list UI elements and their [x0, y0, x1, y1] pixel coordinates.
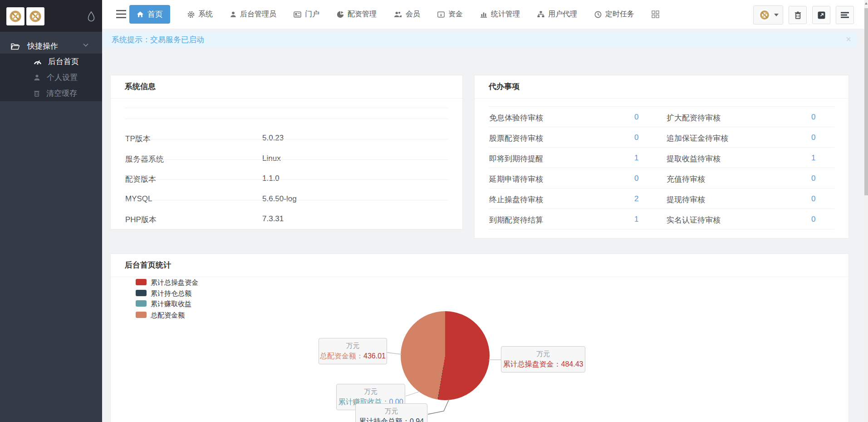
fullscreen-button[interactable] [812, 6, 830, 24]
info-value: 7.3.31 [262, 214, 284, 223]
nav-item-scheduled-tasks[interactable]: 定时任务 [594, 10, 634, 19]
sidebar-group-quick-actions[interactable]: 快捷操作 [0, 39, 102, 54]
todo-label: 即将到期待提醒 [489, 154, 543, 164]
todo-label: 股票配资待审核 [489, 133, 543, 144]
nav-item-label: 系统 [198, 10, 213, 19]
todo-label: 提现待审核 [667, 194, 705, 205]
pie-label-text: 累计持仓总额：0.94 [359, 417, 424, 422]
nav-item-members[interactable]: 会员 [394, 10, 420, 19]
todo-label: 充值待审核 [667, 174, 705, 184]
divider [489, 168, 834, 168]
nav-item-label: 门户 [305, 10, 319, 19]
nav-item-allocation-management[interactable]: 配资管理 [337, 10, 377, 19]
nav-item-label: 后台管理员 [240, 10, 276, 19]
sitemap-icon [537, 11, 544, 18]
todo-count[interactable]: 1 [634, 154, 638, 163]
nav-item-portal[interactable]: 门户 [294, 10, 319, 19]
info-label: PHP版本 [125, 214, 157, 225]
todo-count[interactable]: 0 [811, 113, 815, 122]
todo-count[interactable]: 0 [634, 113, 638, 122]
info-value: Linux [262, 154, 281, 163]
scrollbar-up-arrow[interactable] [865, 2, 868, 5]
alert-close-icon[interactable]: × [846, 32, 851, 47]
todo-label: 延期申请待审核 [489, 174, 543, 184]
divider [489, 229, 834, 229]
todo-header: 代办事项 [475, 75, 848, 99]
system-info-header: 系统信息 [111, 75, 462, 99]
todo-count[interactable]: 1 [811, 154, 815, 163]
series-name: 总配资金额： [320, 352, 363, 360]
users-icon [394, 11, 402, 18]
todo-count[interactable]: 0 [811, 133, 815, 142]
pie-label-text: 累计总操盘资金：484.43 [503, 360, 584, 369]
todo-card: 代办事项 免息体验待审核 0 扩大配资待审核 0 股票配资待审核 0 追加保证金… [474, 75, 849, 238]
top-navbar: 首页 系统 后台管理员 [102, 0, 868, 29]
todo-label: 免息体验待审核 [489, 113, 543, 123]
nav-item-system[interactable]: 系统 [187, 10, 213, 19]
divider [489, 106, 834, 107]
sidebar-item-clear-cache[interactable]: 清空缓存 [0, 85, 102, 101]
series-name: 累计总操盘资金： [503, 360, 561, 368]
nav-item-admins[interactable]: 后台管理员 [230, 10, 276, 19]
todo-count[interactable]: 0 [634, 133, 638, 142]
sidebar-item-label: 后台首页 [48, 56, 79, 67]
hamburger-menu-icon[interactable] [116, 10, 127, 19]
gold-knot-logo-icon [8, 9, 23, 24]
divider [489, 127, 834, 127]
folder-open-icon [11, 43, 20, 50]
avatar-dropdown[interactable] [753, 5, 783, 25]
todo-count[interactable]: 1 [634, 215, 638, 224]
unit-label: 万元 [364, 387, 378, 396]
pie-label-total-position: 万元 累计持仓总额：0.94 [355, 403, 427, 422]
divider [125, 119, 448, 119]
divider [489, 209, 834, 209]
nav-item-statistics[interactable]: 统计管理 [480, 10, 520, 19]
more-menu-button[interactable] [836, 6, 854, 24]
brand-logo-secondary[interactable] [26, 7, 44, 25]
gold-knot-logo-icon [28, 9, 43, 24]
info-value: 1.1.0 [262, 174, 280, 183]
money-icon: ¥ [437, 11, 445, 18]
todo-label: 追加保证金待审核 [667, 133, 728, 144]
clear-cache-button[interactable] [789, 6, 807, 24]
nav-item-label: 配资管理 [348, 10, 377, 19]
nav-item-label: 统计管理 [491, 10, 520, 19]
pie-leader-lines [111, 254, 849, 422]
avatar-logo-icon [758, 9, 771, 21]
sidebar: 快捷操作 后台首页 个人设置 [0, 0, 102, 422]
sidebar-item-dashboard[interactable]: 后台首页 [0, 54, 102, 70]
todo-count[interactable]: 0 [811, 194, 815, 204]
sidebar-header [0, 0, 102, 32]
divider [489, 147, 834, 148]
pie-label-text: 总配资金额：436.01 [320, 352, 386, 361]
info-label: MYSQL [125, 194, 152, 204]
info-value: 5.0.23 [262, 134, 284, 143]
info-value: 5.6.50-log [262, 194, 297, 204]
apps-grid-icon[interactable] [652, 10, 659, 18]
user-icon [230, 11, 236, 18]
nav-item-user-agents[interactable]: 用户代理 [537, 10, 577, 19]
scrollbar-thumb[interactable] [864, 8, 868, 195]
water-drop-icon[interactable] [87, 11, 95, 22]
brand-logo[interactable] [6, 7, 25, 25]
divider [125, 159, 448, 160]
nav-item-label: 首页 [147, 9, 163, 20]
navbar-right-controls [753, 5, 854, 25]
gauge-icon [34, 58, 42, 65]
home-icon [137, 11, 144, 18]
todo-count[interactable]: 0 [811, 215, 815, 224]
window-scrollbar[interactable] [864, 0, 868, 422]
system-alert: 系统提示：交易服务已启动 × [103, 32, 858, 48]
todo-label: 到期配资待结算 [489, 215, 543, 225]
todo-count[interactable]: 0 [811, 174, 815, 183]
pie-chart-icon [337, 11, 344, 18]
series-value: 436.01 [363, 352, 386, 360]
sidebar-item-profile-settings[interactable]: 个人设置 [0, 70, 102, 85]
nav-item-home[interactable]: 首页 [129, 5, 170, 24]
nav-item-funds[interactable]: ¥ 资金 [437, 10, 463, 19]
todo-count[interactable]: 0 [634, 174, 638, 183]
todo-count[interactable]: 2 [634, 194, 638, 204]
sidebar-item-label: 清空缓存 [46, 88, 77, 99]
caret-down-icon [774, 14, 779, 16]
divider [489, 188, 834, 189]
